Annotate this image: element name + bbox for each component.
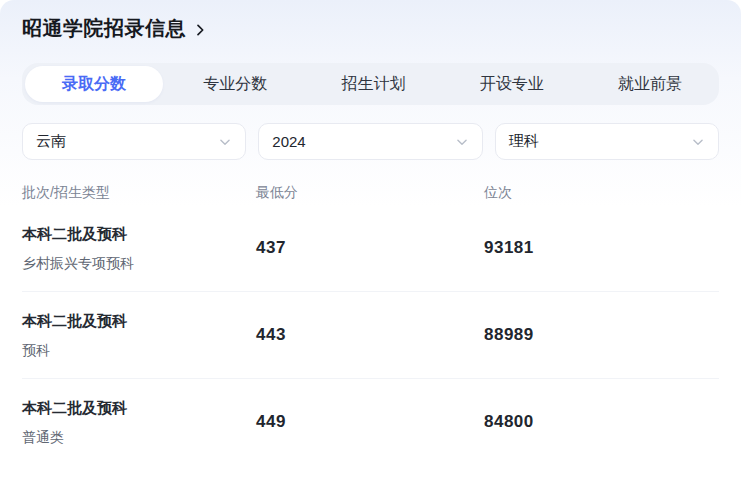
admission-type-label: 乡村振兴专项预科 [22, 254, 256, 272]
table-row: 本科二批及预科 普通类 449 84800 [22, 378, 719, 465]
batch-label: 本科二批及预科 [22, 311, 256, 331]
table-row: 本科二批及预科 预科 443 88989 [22, 291, 719, 378]
tab-offered-majors[interactable]: 开设专业 [443, 66, 581, 102]
tab-career-prospects[interactable]: 就业前景 [581, 66, 719, 102]
table-row: 本科二批及预科 乡村振兴专项预科 437 93181 [22, 205, 719, 291]
admission-type-label: 预科 [22, 341, 256, 359]
tab-major-scores[interactable]: 专业分数 [166, 66, 304, 102]
year-select-value: 2024 [272, 133, 305, 150]
chevron-down-icon [455, 135, 469, 149]
min-score-value: 443 [256, 325, 484, 345]
batch-label: 本科二批及预科 [22, 398, 256, 418]
chevron-down-icon [691, 135, 705, 149]
tab-enrollment-plan[interactable]: 招生计划 [304, 66, 442, 102]
page-title: 昭通学院招录信息 [22, 15, 186, 42]
rank-value: 84800 [484, 412, 719, 432]
batch-type-cell: 本科二批及预科 普通类 [22, 398, 256, 446]
min-score-value: 449 [256, 412, 484, 432]
batch-type-cell: 本科二批及预科 乡村振兴专项预科 [22, 224, 256, 272]
province-select[interactable]: 云南 [22, 123, 246, 160]
chevron-down-icon [218, 135, 232, 149]
column-header-batch-type: 批次/招生类型 [22, 184, 256, 202]
column-header-rank: 位次 [484, 184, 719, 202]
chevron-right-icon [192, 22, 208, 38]
card-header-link[interactable]: 昭通学院招录信息 [22, 0, 208, 42]
admissions-info-card: 昭通学院招录信息 录取分数 专业分数 招生计划 开设专业 就业前景 云南 202… [0, 0, 741, 494]
batch-type-cell: 本科二批及预科 预科 [22, 311, 256, 359]
subject-track-select-value: 理科 [509, 132, 539, 151]
admission-type-label: 普通类 [22, 428, 256, 446]
filter-row: 云南 2024 理科 [22, 123, 719, 160]
min-score-value: 437 [256, 238, 484, 258]
subject-track-select[interactable]: 理科 [495, 123, 719, 160]
table-header-row: 批次/招生类型 最低分 位次 [22, 184, 719, 202]
tab-admission-scores[interactable]: 录取分数 [25, 66, 163, 102]
year-select[interactable]: 2024 [258, 123, 482, 160]
batch-label: 本科二批及预科 [22, 224, 256, 244]
table-body: 本科二批及预科 乡村振兴专项预科 437 93181 本科二批及预科 预科 44… [22, 205, 719, 465]
tab-bar: 录取分数 专业分数 招生计划 开设专业 就业前景 [22, 63, 719, 105]
rank-value: 88989 [484, 325, 719, 345]
province-select-value: 云南 [36, 132, 66, 151]
rank-value: 93181 [484, 238, 719, 258]
column-header-min-score: 最低分 [256, 184, 484, 202]
